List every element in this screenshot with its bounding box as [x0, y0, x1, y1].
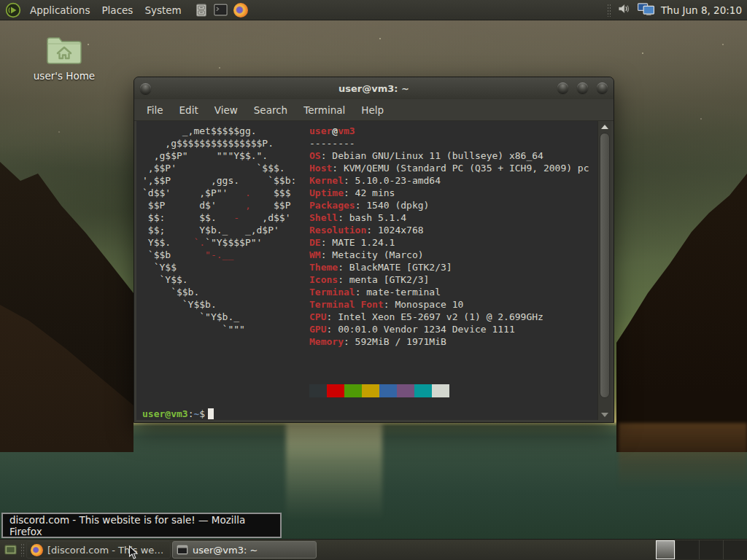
palette-swatch [397, 384, 414, 397]
info-value: : bash 5.1.4 [338, 212, 406, 223]
panel-right: Thu Jun 8, 20:10 [607, 2, 747, 18]
art-line: `""" [142, 323, 296, 335]
terminal-menu-search[interactable]: Search [246, 101, 295, 120]
scrollbar[interactable] [597, 121, 611, 420]
terminal-menu-edit[interactable]: Edit [171, 101, 206, 120]
art-line: ,g$$$$$$$$$$$$$$$P. [142, 137, 296, 149]
art-segment: `Y$$. [142, 274, 188, 285]
art-line: `Y$$. [142, 273, 296, 286]
minimize-button[interactable] [557, 82, 568, 93]
clock[interactable]: Thu Jun 8, 20:10 [661, 4, 742, 16]
neofetch-info-line: CPU: Intel Xeon E5-2697 v2 (1) @ 2.699GH… [309, 311, 598, 323]
menu-system[interactable]: System [139, 2, 187, 18]
info-value: : mate-terminal [355, 287, 441, 298]
info-label: Uptime [309, 187, 344, 198]
info-label: Kernel [309, 175, 344, 186]
show-desktop-button[interactable] [1, 541, 19, 559]
workspace-4[interactable] [723, 540, 747, 559]
neofetch-info-line: Host: KVM/QEMU (Standard PC (Q35 + ICH9,… [309, 162, 598, 174]
scroll-down-button[interactable] [598, 409, 611, 420]
art-segment: ',$$P ,ggs. `$$b: [142, 175, 296, 186]
art-line: Y$$. `.`"Y$$$$P"' [142, 236, 296, 249]
down-arrow-icon [601, 413, 608, 417]
info-label: OS [309, 150, 321, 161]
terminal-titlebar[interactable]: user@vm3: ~ [134, 77, 614, 99]
panel-left: ApplicationsPlacesSystem [0, 1, 249, 19]
terminal-menu-view[interactable]: View [206, 101, 246, 120]
text-cursor [208, 408, 214, 419]
palette-swatch [344, 384, 362, 397]
displays-icon[interactable] [637, 2, 655, 18]
neofetch-info-line: Terminal Font: Monospace 10 [309, 298, 598, 311]
info-value: : Debian GNU/Linux 11 (bullseye) x86_64 [321, 150, 543, 161]
info-label: Host [309, 163, 332, 174]
terminal-menu-terminal[interactable]: Terminal [295, 101, 353, 120]
neofetch-info: user@vm3--------OS: Debian GNU/Linux 11 … [309, 125, 598, 348]
task-button-list: [discord.com - This we…user@vm3: ~ [26, 541, 317, 559]
panel-grip-handle[interactable] [607, 4, 611, 17]
scrollbar-thumb[interactable] [600, 133, 610, 398]
art-line: ,$$P' `$$$. [142, 162, 296, 174]
info-value: : 1540 (dpkg) [355, 200, 430, 211]
art-line: `$$b "-.__ [142, 249, 296, 261]
neofetch-info-line: Terminal: mate-terminal [309, 286, 598, 298]
art-line: `$$b. [142, 286, 296, 298]
menu-applications[interactable]: Applications [24, 2, 96, 18]
task-button-2[interactable]: user@vm3: ~ [172, 541, 317, 559]
mouse-cursor [128, 545, 139, 560]
terminal-menu-file[interactable]: File [139, 101, 171, 120]
terminal-menubar: FileEditViewSearchTerminalHelp [134, 99, 614, 121]
art-line: `d$$' ,$P"' . $$$ [142, 187, 296, 199]
info-value: : KVM/QEMU (Standard PC (Q35 + ICH9, 200… [332, 163, 589, 174]
firefox-icon [31, 544, 43, 556]
workspace-2[interactable] [675, 540, 699, 559]
launcher-file-manager-icon[interactable] [193, 2, 209, 18]
wallpaper-water-reflection [286, 422, 382, 521]
art-segment: `Y$$ [142, 262, 177, 273]
mate-menu-icon[interactable] [4, 1, 23, 19]
maximize-button[interactable] [577, 82, 588, 93]
info-label: Terminal Font [309, 299, 384, 310]
info-value: : 42 mins [344, 187, 395, 198]
info-label: Terminal [309, 287, 355, 298]
menu-places[interactable]: Places [96, 2, 139, 18]
panel-menus: ApplicationsPlacesSystem [24, 2, 187, 18]
firefox-icon [233, 3, 248, 18]
firefox-icon [31, 544, 43, 556]
art-line: `"Y$b._ [142, 311, 296, 323]
art-segment: `d$$' ,$P"' [142, 187, 245, 198]
wallpaper-mountain-reflection [619, 423, 747, 490]
art-segment: _,met$$$$$gg. [142, 125, 257, 136]
launcher-terminal-launcher-icon[interactable] [213, 2, 229, 18]
info-label: Packages [309, 200, 355, 211]
palette-swatch [362, 384, 379, 397]
art-segment: $$; Y$b._ _,d$P' [142, 225, 279, 236]
taskbar-grip-handle[interactable] [20, 543, 25, 556]
task-button-1[interactable]: [discord.com - This we… [26, 541, 171, 559]
art-segment: `$$b [142, 249, 205, 260]
art-line: ,g$$P" """Y$$.". [142, 149, 296, 162]
close-button[interactable] [597, 82, 608, 93]
art-segment: Y$$. [142, 237, 193, 248]
workspace-1[interactable] [656, 540, 675, 559]
palette-swatch [432, 384, 449, 397]
top-panel: ApplicationsPlacesSystem Thu Jun 8, 20:1… [0, 0, 747, 20]
art-segment: "-.__ [205, 249, 233, 260]
info-label: Icons [309, 274, 338, 285]
launcher-firefox-icon[interactable] [233, 2, 249, 18]
up-arrow-icon [601, 125, 608, 129]
terminal-menu-help[interactable]: Help [353, 101, 392, 120]
art-segment: ,d$$' [239, 212, 290, 223]
terminal-body[interactable]: _,met$$$$$gg. ,g$$$$$$$$$$$$$$$P. ,g$$P"… [136, 121, 611, 420]
palette-swatch [309, 384, 327, 397]
volume-icon[interactable] [617, 2, 631, 18]
taskbar: [discord.com - This we…user@vm3: ~ [0, 539, 747, 560]
art-line: $$P d$' , $$P [142, 199, 296, 211]
desktop-icon-users-home[interactable]: user's Home [29, 34, 99, 82]
neofetch-info-line: GPU: 00:01.0 Vendor 1234 Device 1111 [309, 323, 598, 335]
prompt-user-host: user@vm3 [142, 408, 188, 419]
window-controls [557, 82, 608, 93]
scroll-up-button[interactable] [598, 121, 611, 132]
workspace-3[interactable] [699, 540, 723, 559]
desktop-icon-label: user's Home [29, 70, 99, 82]
